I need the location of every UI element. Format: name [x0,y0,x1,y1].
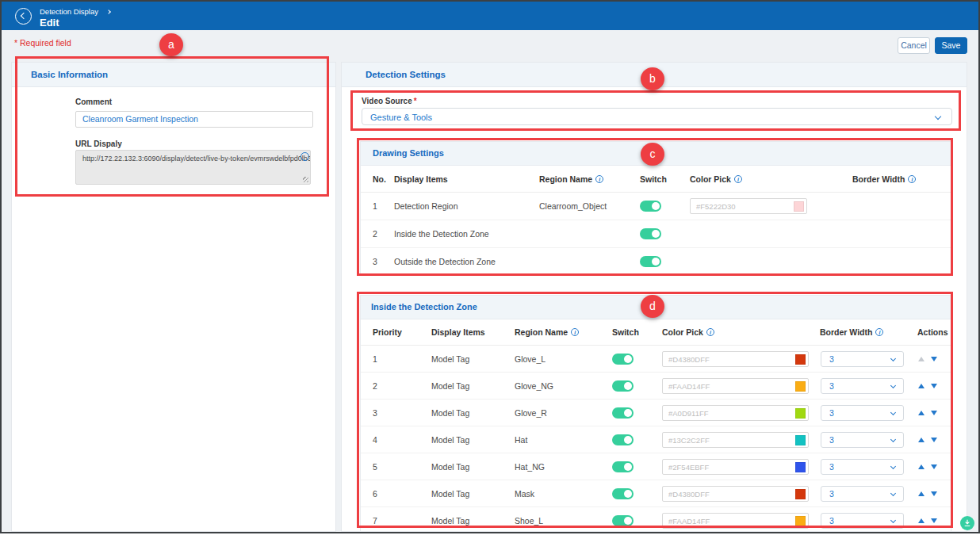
url-display-label: URL Dispaly [75,140,122,148]
switch-toggle[interactable] [640,256,661,267]
breadcrumb-label[interactable]: Detection Display [40,7,98,16]
cancel-button[interactable]: Cancel [898,37,930,54]
video-source-select[interactable]: Gesture & Tools [362,108,952,125]
switch-toggle[interactable] [640,228,661,239]
switch-toggle[interactable] [612,380,634,392]
chevron-down-icon [890,436,896,442]
info-icon[interactable]: i [908,175,916,183]
color-swatch[interactable] [795,435,806,445]
border-width-select[interactable]: 3 [821,486,904,502]
color-swatch[interactable] [795,408,806,419]
breadcrumb-chevron-icon [106,10,111,14]
move-down-button[interactable] [931,491,937,496]
toggle-knob [624,382,632,390]
row-region-name: Shoe_L [515,516,543,526]
detection-settings-header: Detection Settings [342,63,967,87]
chevron-down-icon [890,382,896,388]
border-width-select[interactable]: 3 [821,459,904,475]
move-up-button[interactable] [918,384,924,388]
color-swatch[interactable] [795,354,806,365]
border-width-value: 3 [829,354,834,364]
col-priority: Priority [373,327,402,337]
switch-toggle[interactable] [612,407,634,419]
row-priority: 4 [373,435,377,445]
color-pick-input[interactable]: #D4380DFF [662,351,809,367]
border-width-select[interactable]: 3 [821,351,904,367]
border-width-value: 3 [829,516,834,526]
video-source-label: Video Source* [362,97,417,105]
info-icon[interactable]: i [875,328,883,336]
chevron-down-icon [890,517,896,522]
row-priority: 1 [373,354,377,364]
border-width-select[interactable]: 3 [821,513,904,529]
border-width-select[interactable]: 3 [821,432,904,448]
border-width-select[interactable]: 3 [821,378,904,394]
move-down-button[interactable] [931,438,937,442]
color-pick-input[interactable]: #FAAD14FF [662,378,809,394]
drawing-settings-panel: Drawing Settings No. Display Items Regio… [360,141,951,276]
move-up-button[interactable] [918,411,924,415]
row-no: 3 [373,257,377,266]
row-display-item: Model Tag [431,381,469,391]
row-priority: 2 [373,381,377,391]
color-pick-input[interactable]: #A0D911FF [662,405,809,421]
color-pick-input[interactable]: #F5222D30 [690,198,807,214]
comment-input[interactable]: Cleanroom Garment Inspection [75,111,313,128]
move-up-button[interactable] [918,438,924,442]
switch-toggle[interactable] [640,201,661,212]
move-down-button[interactable] [931,464,937,469]
color-value: #A0D911FF [668,409,709,418]
move-up-button[interactable] [918,518,924,523]
resize-grip-icon[interactable] [303,177,308,182]
info-icon[interactable]: i [706,328,714,336]
refresh-icon[interactable] [301,152,309,161]
row-display-item: Model Tag [431,489,469,499]
color-pick-input[interactable]: #D4380DFF [662,486,809,502]
info-icon[interactable]: i [571,328,579,336]
row-region-name: Hat [515,435,527,445]
info-icon[interactable]: i [734,175,742,183]
move-down-button[interactable] [931,411,937,415]
switch-toggle[interactable] [612,488,634,499]
row-region-name: Mask [515,489,534,499]
color-pick-input[interactable]: #FAAD14FF [662,513,809,529]
border-width-value: 3 [829,408,834,418]
switch-toggle[interactable] [612,354,634,365]
switch-toggle[interactable] [612,434,634,445]
switch-toggle[interactable] [612,515,634,526]
color-swatch[interactable] [795,462,806,472]
row-priority: 6 [373,489,377,499]
border-width-value: 3 [829,462,834,472]
move-down-button[interactable] [931,384,937,388]
move-up-button[interactable] [918,464,924,469]
save-button[interactable]: Save [935,37,967,54]
basic-information-header: Basic Information [12,63,335,87]
color-pick-input[interactable]: #2F54EBFF [662,459,809,475]
row-priority: 7 [373,516,377,526]
color-swatch[interactable] [795,381,806,392]
color-value: #FAAD14FF [668,382,710,391]
col-display-items: Display Items [431,327,485,337]
move-up-button[interactable] [918,491,924,496]
color-swatch[interactable] [795,516,806,526]
inside-table-row: 6 Model Tag Mask #D4380DFF 3 [361,480,951,507]
color-swatch[interactable] [795,489,806,499]
breadcrumb[interactable]: Detection Display [40,7,110,16]
border-width-select[interactable]: 3 [821,405,904,421]
url-display-textarea[interactable]: http://172.22.132.3:6090/display/detect/… [75,150,311,185]
col-border-width: Border Widthi [852,174,916,184]
row-display-item: Detection Region [394,201,458,211]
inside-zone-header: Inside the Detection Zone [361,296,951,319]
move-down-button[interactable] [931,518,937,523]
switch-toggle[interactable] [612,461,634,472]
move-down-button[interactable] [931,357,937,361]
color-swatch[interactable] [794,201,804,212]
info-icon[interactable]: i [595,175,603,183]
download-fab-button[interactable] [960,516,974,530]
move-up-button[interactable] [918,357,924,361]
row-no: 1 [373,201,377,211]
color-pick-input[interactable]: #13C2C2FF [662,432,809,448]
border-width-value: 3 [829,435,834,445]
back-button[interactable] [15,8,32,25]
toggle-knob [624,409,632,417]
